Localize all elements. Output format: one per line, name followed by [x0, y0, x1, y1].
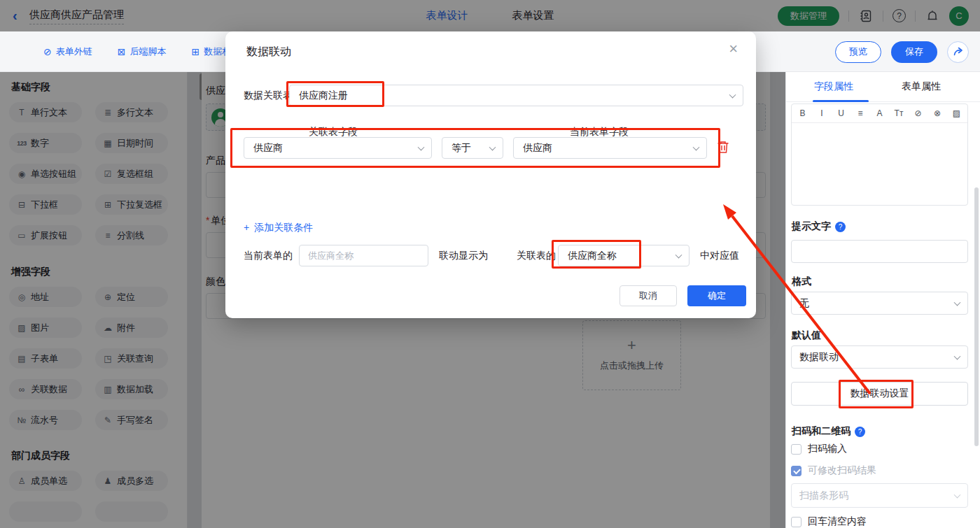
tab-form-properties[interactable]: 表单属性: [902, 80, 941, 93]
page-title[interactable]: 供应商供应产品管理: [29, 8, 124, 24]
field-type-item[interactable]: ▦ 日期时间: [95, 133, 168, 153]
member-fields-grid: ♙ 成员单选 ♟ 成员多选: [9, 471, 178, 491]
field-type-item[interactable]: ♙ 成员单选: [9, 471, 82, 491]
chevron-down-icon: [693, 143, 700, 150]
section-title-basic-fields: 基础字段: [11, 81, 178, 94]
editor-toolbar-icon[interactable]: B: [798, 108, 807, 118]
field-type-item[interactable]: T 单行文本: [9, 102, 82, 122]
field-type-item[interactable]: ⊞ 下拉复选框: [95, 194, 168, 215]
field-type-icon: ♟: [103, 476, 113, 486]
relation-display-field-select[interactable]: 供应商全称: [558, 245, 690, 266]
display-field-input[interactable]: [299, 245, 428, 266]
field-type-item[interactable]: ≡ 分割线: [95, 225, 168, 245]
basic-fields-grid: T 单行文本 ≣ 多行文本 123 数字 ▦ 日期时间: [9, 102, 178, 245]
help-badge-icon[interactable]: ?: [855, 427, 865, 437]
rich-text-editor[interactable]: B I U ≡ A Tᴛ ⊘ ⊗ ▨: [791, 104, 968, 206]
editor-toolbar-icon[interactable]: ⊗: [933, 108, 942, 118]
field-type-item[interactable]: № 流水号: [9, 410, 82, 430]
field-type-icon: ▭: [17, 231, 27, 241]
format-select[interactable]: 无: [791, 292, 968, 315]
notification-bell-icon[interactable]: [925, 8, 940, 24]
editor-toolbar-icon[interactable]: A: [875, 108, 884, 118]
field-library-sidebar: 基础字段 T 单行文本 ≣ 多行文本 123 数字 ▦: [0, 72, 188, 528]
field-type-item[interactable]: 123 数字: [9, 133, 82, 153]
checkbox[interactable]: [791, 517, 802, 527]
tab-form-settings[interactable]: 表单设置: [512, 9, 554, 22]
field-type-item[interactable]: ◳ 关联查询: [95, 348, 168, 369]
field-type-icon: ▤: [17, 354, 27, 364]
tab-form-design[interactable]: 表单设计: [426, 9, 468, 22]
field-type-item-partial[interactable]: [9, 501, 82, 522]
checkbox-row[interactable]: 可修改扫码结果: [791, 464, 876, 477]
field-type-label: 流水号: [31, 414, 58, 427]
field-type-label: 日期时间: [117, 137, 153, 150]
field-type-icon: ◉: [17, 169, 27, 179]
top-bar: ‹ 供应商供应产品管理 表单设计 表单设置 数据管理 ?: [0, 0, 980, 31]
field-type-label: 定位: [117, 291, 135, 304]
user-avatar[interactable]: C: [949, 6, 969, 26]
field-type-item[interactable]: ☁ 附件: [95, 317, 168, 338]
field-type-item[interactable]: ≣ 多行文本: [95, 102, 168, 122]
field-type-item[interactable]: ☑ 复选框组: [95, 164, 168, 184]
field-type-icon: ☁: [103, 323, 113, 333]
field-type-item[interactable]: ♟ 成员多选: [95, 471, 168, 491]
condition-operator-select[interactable]: 等于: [442, 137, 503, 159]
field-type-item[interactable]: ⊟ 下拉框: [9, 194, 82, 215]
editor-toolbar-icon[interactable]: U: [836, 108, 846, 118]
toolbar-link[interactable]: ⊘ 表单外链: [43, 45, 92, 58]
checkbox-row[interactable]: 扫码输入: [791, 443, 847, 455]
editor-toolbar-icon[interactable]: ≡: [856, 108, 865, 118]
help-badge-icon[interactable]: ?: [835, 222, 846, 232]
field-type-icon: ∞: [17, 385, 27, 394]
field-type-item[interactable]: ▥ 数据加载: [95, 379, 168, 399]
delete-condition-trash-icon[interactable]: [717, 140, 729, 154]
field-type-item[interactable]: ◎ 地址: [9, 287, 82, 307]
field-type-item[interactable]: ⊕ 定位: [95, 287, 168, 307]
field-type-icon: ◎: [17, 292, 27, 302]
close-icon[interactable]: ×: [729, 41, 738, 57]
upload-dropzone[interactable]: + 点击或拖拽上传: [582, 320, 681, 390]
field-type-label: 地址: [31, 291, 49, 304]
section-title-member-fields: 部门成员字段: [11, 450, 178, 462]
default-value-select[interactable]: 数据联动: [791, 345, 968, 369]
toolbar-link[interactable]: ⊠ 后端脚本: [118, 45, 167, 58]
field-type-icon: ≣: [103, 108, 113, 117]
editor-toolbar-icon[interactable]: Tᴛ: [895, 108, 904, 118]
condition-form-field-select[interactable]: 供应商: [513, 137, 707, 159]
relation-table-select[interactable]: 供应商注册: [289, 85, 743, 106]
editor-toolbar-icon[interactable]: ⊘: [913, 108, 923, 118]
preview-button[interactable]: 预览: [835, 41, 881, 63]
editor-toolbar-icon[interactable]: I: [818, 108, 827, 118]
field-type-item[interactable]: ✎ 手写签名: [95, 410, 168, 430]
save-button[interactable]: 保存: [891, 41, 937, 63]
field-type-item[interactable]: ▤ 子表单: [9, 348, 82, 369]
back-icon[interactable]: ‹: [13, 8, 18, 23]
field-type-item-partial[interactable]: [95, 501, 168, 522]
checkbox[interactable]: [791, 466, 802, 476]
field-type-item[interactable]: ▭ 扩展按钮: [9, 225, 82, 245]
data-linkage-settings-button[interactable]: 数据联动设置: [791, 382, 968, 406]
field-type-item[interactable]: ◉ 单选按钮组: [9, 164, 82, 184]
tab-field-properties[interactable]: 字段属性: [814, 80, 853, 93]
checkbox[interactable]: [791, 444, 802, 455]
display-prefix-label: 当前表单的: [244, 250, 293, 262]
add-condition-link[interactable]: + 添加关联条件: [244, 222, 313, 234]
contacts-book-icon[interactable]: [858, 8, 874, 24]
field-type-label: 扩展按钮: [31, 229, 67, 242]
chevron-down-icon: [418, 143, 425, 150]
enter-clear-row[interactable]: 回车清空内容: [791, 515, 867, 528]
help-icon[interactable]: ?: [892, 9, 906, 22]
field-type-label: 手写签名: [117, 414, 153, 427]
condition-relation-field-select[interactable]: 供应商: [244, 137, 432, 159]
hint-text-input[interactable]: [791, 240, 968, 263]
editor-toolbar-icon[interactable]: ▨: [952, 108, 961, 118]
data-manage-button[interactable]: 数据管理: [778, 6, 839, 26]
confirm-button[interactable]: 确定: [687, 285, 746, 306]
field-type-item[interactable]: ∞ 关联数据: [9, 379, 82, 399]
panel-scrollbar[interactable]: [974, 187, 979, 446]
field-type-icon: ◳: [103, 354, 113, 364]
cancel-button[interactable]: 取消: [620, 285, 677, 306]
field-type-item[interactable]: ▨ 图片: [9, 317, 82, 338]
share-icon[interactable]: [947, 41, 969, 63]
panel-tabs: 字段属性 表单属性: [786, 72, 980, 102]
